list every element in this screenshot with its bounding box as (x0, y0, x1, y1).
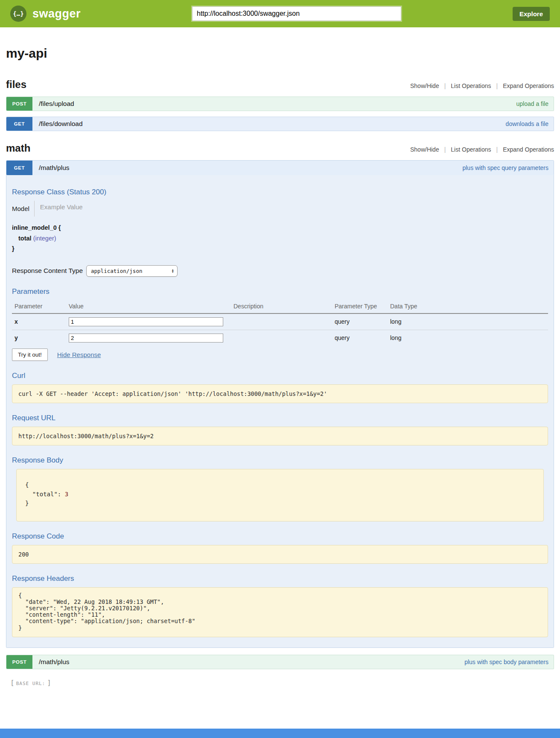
param-data-type: long (388, 314, 548, 330)
model-property-type: (integer) (33, 235, 56, 242)
param-data-type: long (388, 330, 548, 346)
bracket-close: ] (47, 679, 51, 687)
method-badge-post: POST (6, 97, 32, 111)
list-operations-link[interactable]: List Operations (451, 146, 491, 153)
model-property-name: total (18, 235, 32, 242)
request-url-value: http://localhost:3000/math/plus?x=1&y=2 (12, 427, 548, 445)
endpoint-row-files-upload[interactable]: POST /files/upload upload a file (6, 97, 554, 111)
response-body-value: 3 (65, 491, 68, 498)
response-headers-heading: Response Headers (12, 574, 548, 583)
files-section-header: files Show/Hide | List Operations | Expa… (6, 79, 554, 91)
param-name: y (12, 330, 66, 346)
control-separator: | (444, 146, 446, 153)
explore-button[interactable]: Explore (513, 7, 550, 21)
endpoint-summary-link[interactable]: downloads a file (506, 120, 548, 127)
response-body-text: } (25, 500, 29, 507)
tab-model[interactable]: Model (12, 205, 29, 212)
base-url-footer: [BASE URL:] (10, 679, 554, 687)
model-close: } (12, 243, 548, 254)
expanded-operation-panel: GET /math/plus plus with spec query para… (6, 160, 554, 648)
col-parameter-type: Parameter Type (332, 300, 388, 314)
swagger-logo[interactable]: {…} swagger (10, 6, 81, 22)
response-content-type-row: Response Content Type application/json ▲… (12, 265, 548, 277)
api-url-input[interactable] (192, 6, 401, 21)
model-open: inline_model_0 { (12, 223, 548, 233)
response-code-heading: Response Code (12, 532, 548, 541)
param-value-cell (66, 314, 231, 330)
section-title-math: math (6, 142, 30, 154)
section-controls: Show/Hide | List Operations | Expand Ope… (410, 82, 554, 89)
col-data-type: Data Type (388, 300, 548, 314)
expand-operations-link[interactable]: Expand Operations (503, 146, 554, 153)
page-title: my-api (6, 46, 554, 61)
endpoint-path[interactable]: /math/plus (39, 658, 70, 666)
section-title-files: files (6, 79, 26, 91)
hide-response-link[interactable]: Hide Response (57, 351, 101, 358)
response-body-heading: Response Body (12, 456, 548, 465)
parameters-table: Parameter Value Description Parameter Ty… (12, 300, 548, 346)
param-type: query (332, 330, 388, 346)
logo-text: swagger (32, 7, 81, 20)
try-row: Try it out! Hide Response (12, 348, 548, 361)
curl-heading: Curl (12, 372, 548, 380)
tab-example-value[interactable]: Example Value (34, 201, 83, 217)
param-type: query (332, 314, 388, 330)
endpoint-path[interactable]: /math/plus (39, 164, 70, 172)
endpoint-path[interactable]: /files/download (39, 120, 83, 128)
show-hide-link[interactable]: Show/Hide (410, 82, 439, 89)
model-tabs: Model Example Value (12, 201, 548, 217)
endpoint-summary-link[interactable]: plus with spec query parameters (462, 164, 548, 171)
endpoint-row-files-download[interactable]: GET /files/download downloads a file (6, 117, 554, 131)
bottom-bar (0, 729, 560, 738)
response-headers-json: { "date": "Wed, 22 Aug 2018 18:49:13 GMT… (12, 587, 548, 637)
control-separator: | (444, 82, 446, 89)
model-definition: inline_model_0 { total (integer) } (12, 223, 548, 254)
response-content-type-label: Response Content Type (12, 267, 83, 275)
select-selected-value: application/json (91, 268, 142, 274)
response-code-value: 200 (12, 545, 548, 564)
response-class-heading: Response Class (Status 200) (12, 188, 548, 196)
param-name: x (12, 314, 66, 330)
base-url-label: BASE URL: (16, 681, 46, 686)
operation-details: Response Class (Status 200) Model Exampl… (6, 175, 554, 647)
response-body: { "total": 3 } (16, 469, 544, 521)
expand-operations-link[interactable]: Expand Operations (503, 82, 554, 89)
param-description (231, 330, 332, 346)
math-section-header: math Show/Hide | List Operations | Expan… (6, 142, 554, 154)
show-hide-link[interactable]: Show/Hide (410, 146, 439, 153)
control-separator: | (496, 82, 498, 89)
endpoint-path[interactable]: /files/upload (39, 100, 74, 108)
col-value: Value (66, 300, 231, 314)
select-arrows-icon: ▲ ▼ (172, 269, 174, 273)
section-controls: Show/Hide | List Operations | Expand Ope… (410, 146, 554, 153)
list-operations-link[interactable]: List Operations (451, 82, 491, 89)
parameters-heading: Parameters (12, 287, 548, 296)
request-url-heading: Request URL (12, 414, 548, 422)
endpoint-row-math-plus-get[interactable]: GET /math/plus plus with spec query para… (6, 161, 554, 175)
param-value-cell (66, 330, 231, 346)
method-badge-get: GET (6, 161, 32, 175)
col-parameter: Parameter (12, 300, 66, 314)
col-description: Description (231, 300, 332, 314)
response-body-text: { "total": (25, 481, 65, 498)
curly-braces-icon: {…} (10, 6, 26, 22)
url-input-wrap (81, 6, 513, 21)
endpoint-row-math-plus-post[interactable]: POST /math/plus plus with spec body para… (6, 655, 554, 669)
method-badge-get: GET (6, 117, 32, 131)
try-it-out-button[interactable]: Try it out! (12, 348, 48, 361)
top-header: {…} swagger Explore (0, 0, 560, 27)
method-badge-post: POST (6, 655, 32, 669)
response-content-type-select[interactable]: application/json ▲ ▼ (86, 265, 178, 277)
param-y-input[interactable] (69, 334, 223, 343)
model-property: total (integer) (12, 233, 548, 244)
bracket-open: [ (10, 679, 15, 687)
curl-command: curl -X GET --header 'Accept: applicatio… (12, 384, 548, 403)
param-description (231, 314, 332, 330)
endpoint-summary-link[interactable]: plus with spec body parameters (464, 659, 548, 665)
param-x-input[interactable] (69, 317, 223, 326)
endpoint-summary-link[interactable]: upload a file (516, 100, 548, 107)
control-separator: | (496, 146, 498, 153)
